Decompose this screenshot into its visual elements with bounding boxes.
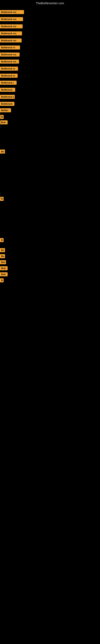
bottleneck-button-15[interactable]: Bottler: [0, 108, 11, 112]
bottleneck-button-26[interactable]: B: [0, 278, 3, 282]
bottleneck-button-25[interactable]: Bott: [0, 272, 8, 276]
bottleneck-button-12[interactable]: Bottleneck: [0, 88, 15, 92]
bottleneck-button-11[interactable]: Bottleneck r: [0, 81, 17, 85]
bottleneck-button-4[interactable]: Bottleneck res: [0, 32, 22, 36]
bottleneck-button-24[interactable]: Bott: [0, 266, 8, 270]
bottleneck-button-3[interactable]: Bottleneck res: [0, 24, 23, 28]
bottleneck-button-23[interactable]: Bot: [0, 260, 6, 264]
bottleneck-button-10[interactable]: Bottleneck re: [0, 74, 18, 78]
bottleneck-button-8[interactable]: Bottleneck res: [0, 60, 19, 64]
bottleneck-button-9[interactable]: Bottleneck re: [0, 66, 18, 71]
bottleneck-button-13[interactable]: Bottleneck c: [0, 95, 15, 99]
bottleneck-button-20[interactable]: B: [0, 238, 3, 242]
bottleneck-button-18[interactable]: Bo: [0, 150, 5, 154]
bottleneck-button-1[interactable]: Bottleneck res: [0, 10, 24, 14]
bottleneck-button-5[interactable]: Bottleneck res: [0, 38, 22, 42]
bottleneck-button-7[interactable]: Bottleneck res: [0, 52, 20, 56]
bottleneck-button-21[interactable]: Bo: [0, 248, 5, 252]
bottleneck-button-22[interactable]: Bo: [0, 254, 5, 258]
bottleneck-button-14[interactable]: Bottleneck: [0, 102, 14, 106]
bottleneck-button-2[interactable]: Bottleneck res: [0, 17, 23, 21]
bottleneck-button-6[interactable]: Bottleneck re: [0, 46, 20, 50]
site-title: TheBottlenecker.com: [0, 0, 100, 6]
bottleneck-button-17[interactable]: Bott: [0, 120, 8, 124]
